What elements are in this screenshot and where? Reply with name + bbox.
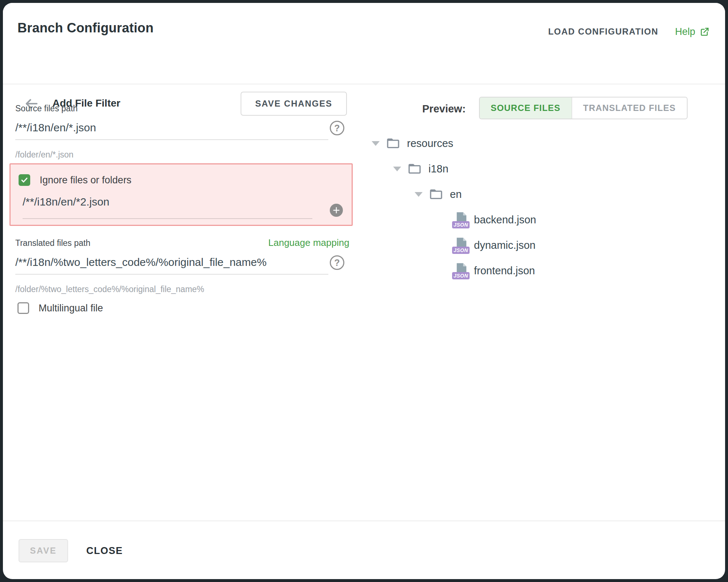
save-button[interactable]: SAVE: [19, 539, 68, 562]
chevron-down-icon[interactable]: [393, 167, 401, 171]
source-files-path-label: Source files path: [15, 104, 78, 113]
preview-label: Preview:: [422, 103, 466, 115]
tree-item-label: resources: [407, 137, 453, 150]
tab-translated-files[interactable]: TRANSLATED FILES: [571, 97, 687, 119]
tree-row[interactable]: i18n: [372, 156, 663, 182]
dialog-subheader: Add File Filter SAVE CHANGES: [3, 43, 725, 84]
ignore-checkbox[interactable]: [19, 174, 30, 186]
plus-icon: [332, 206, 340, 214]
ignore-pattern-input[interactable]: [23, 196, 306, 208]
help-link-label: Help: [675, 26, 695, 37]
folder-icon: [407, 162, 422, 176]
language-mapping-link[interactable]: Language mapping: [268, 237, 349, 248]
chevron-down-icon[interactable]: [415, 192, 423, 197]
help-link[interactable]: Help: [675, 26, 710, 37]
folder-icon: [429, 187, 443, 202]
tree-item-label: i18n: [428, 163, 448, 175]
dialog-header: Branch Configuration LOAD CONFIGURATION …: [3, 3, 725, 84]
source-path-hint: /folder/en/*.json: [15, 150, 74, 160]
multilingual-checkbox-label: Multilingual file: [39, 303, 103, 314]
multilingual-checkbox[interactable]: [17, 302, 29, 314]
multilingual-row: Multilingual file: [17, 302, 103, 314]
translated-help-icon[interactable]: ?: [330, 255, 344, 270]
translated-files-path-label: Translated files path: [15, 238, 90, 248]
tree-item-label: en: [450, 188, 462, 200]
ignore-filter-highlight-box: Ignore files or folders: [9, 163, 353, 226]
tree-row[interactable]: JSON backend.json: [372, 207, 663, 232]
file-tree: resources i18n: [372, 131, 663, 283]
folder-icon: [386, 136, 400, 151]
load-configuration-button[interactable]: LOAD CONFIGURATION: [548, 27, 658, 37]
tree-row[interactable]: resources: [372, 131, 663, 156]
tree-item-label: backend.json: [474, 214, 536, 226]
json-badge: JSON: [452, 247, 470, 254]
save-changes-button[interactable]: SAVE CHANGES: [241, 92, 347, 116]
translated-input-underline: [15, 274, 328, 275]
preview-toggle: SOURCE FILES TRANSLATED FILES: [479, 97, 688, 119]
tree-row[interactable]: JSON dynamic.json: [372, 232, 663, 258]
tree-item-label: dynamic.json: [474, 239, 535, 251]
checkmark-icon: [20, 176, 28, 184]
header-actions: LOAD CONFIGURATION Help: [548, 24, 710, 39]
tab-source-files[interactable]: SOURCE FILES: [480, 97, 571, 119]
json-badge: JSON: [452, 272, 470, 279]
source-files-path-input[interactable]: [15, 121, 325, 134]
chevron-down-icon[interactable]: [372, 141, 380, 146]
ignore-checkbox-label: Ignore files or folders: [40, 175, 131, 186]
json-file-icon: JSON: [455, 237, 468, 253]
external-link-icon: [700, 27, 710, 37]
json-file-icon: JSON: [455, 212, 468, 228]
source-help-icon[interactable]: ?: [330, 121, 344, 135]
source-input-underline: [15, 139, 328, 140]
footer-actions: SAVE CLOSE: [19, 539, 127, 562]
tree-row[interactable]: en: [372, 182, 663, 207]
page-title: Branch Configuration: [17, 20, 154, 36]
tree-row[interactable]: JSON frontend.json: [372, 258, 663, 283]
branch-configuration-dialog: Branch Configuration LOAD CONFIGURATION …: [3, 3, 725, 579]
ignore-input-underline: [23, 218, 312, 219]
ignore-checkbox-row: Ignore files or folders: [19, 174, 131, 186]
close-button[interactable]: CLOSE: [83, 545, 127, 557]
add-ignore-pattern-button[interactable]: [330, 204, 343, 217]
translated-path-hint: /folder/%two_letters_code%/%original_fil…: [15, 284, 204, 294]
tree-item-label: frontend.json: [474, 265, 535, 277]
json-badge: JSON: [452, 221, 470, 228]
translated-files-path-input[interactable]: [15, 256, 325, 268]
footer-divider: [3, 521, 725, 521]
json-file-icon: JSON: [455, 263, 468, 279]
